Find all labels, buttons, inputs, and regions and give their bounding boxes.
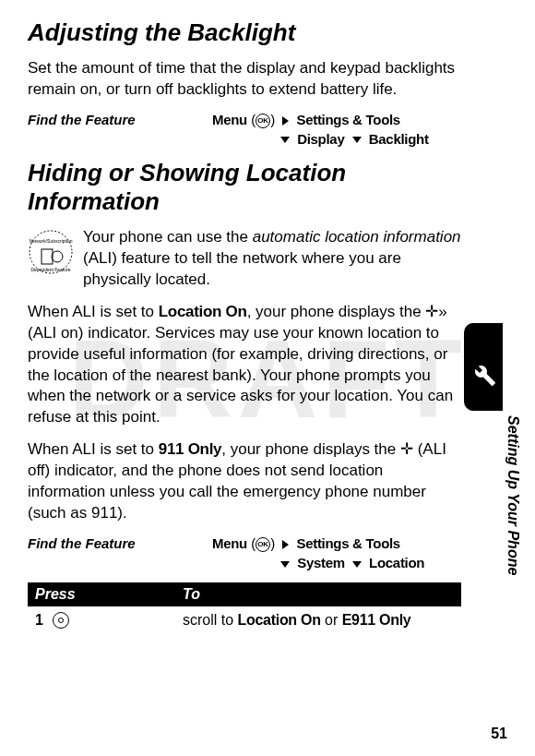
arrow-down-icon — [280, 561, 290, 568]
path-display: Display — [297, 131, 344, 147]
ali-off-icon: ✛ — [400, 440, 413, 458]
nav-path: Menu (OK) Settings & Tools System Locati… — [212, 535, 461, 573]
heading-backlight: Adjusting the Backlight — [28, 18, 461, 47]
table-row: 1 scroll to Location On or E911 Only — [28, 606, 461, 634]
arrow-down-icon — [352, 561, 362, 568]
path-settings: Settings & Tools — [296, 535, 399, 551]
arrow-down-icon — [352, 137, 362, 143]
find-feature-backlight: Find the Feature Menu (OK) Settings & To… — [28, 112, 461, 150]
menu-label: Menu — [212, 112, 247, 127]
header-press: Press — [35, 586, 183, 603]
ali-on-icon: ✛» — [425, 303, 446, 320]
path-backlight: Backlight — [369, 131, 429, 147]
svg-text:Network/Subscription: Network/Subscription — [29, 238, 72, 244]
path-location: Location — [369, 555, 424, 570]
step-number: 1 — [35, 612, 43, 629]
menu-label: Menu — [212, 535, 247, 551]
ok-button-icon: OK — [256, 114, 270, 128]
page-number: 51 — [491, 726, 507, 742]
nav-path: Menu (OK) Settings & Tools Display Backl… — [212, 112, 461, 150]
ok-button-icon: OK — [256, 537, 270, 552]
svg-text:Dependent Feature: Dependent Feature — [30, 267, 70, 272]
heading-location: Hiding or Showing Location Information — [28, 159, 461, 216]
wrench-icon — [474, 365, 496, 391]
path-settings: Settings & Tools — [296, 112, 399, 127]
nav-key-icon — [53, 612, 69, 629]
find-feature-location: Find the Feature Menu (OK) Settings & To… — [28, 535, 461, 573]
arrow-right-icon — [282, 540, 289, 549]
find-feature-label: Find the Feature — [28, 112, 212, 150]
intro-backlight: Set the amount of time that the display … — [28, 58, 461, 101]
svg-rect-2 — [42, 249, 53, 264]
para-ali-off: When ALI is set to 911 Only, your phone … — [28, 439, 461, 524]
table-header: Press To — [28, 582, 461, 606]
header-to: To — [183, 586, 200, 603]
network-feature-icon: Network/Subscription Dependent Feature — [28, 229, 74, 279]
para-ali-intro: Your phone can use the automatic locatio… — [28, 227, 461, 291]
arrow-down-icon — [280, 137, 290, 143]
para-ali-on: When ALI is set to Location On, your pho… — [28, 302, 461, 429]
arrow-right-icon — [282, 116, 289, 126]
find-feature-label: Find the Feature — [28, 535, 212, 573]
path-system: System — [297, 555, 345, 570]
svg-point-3 — [52, 251, 63, 262]
